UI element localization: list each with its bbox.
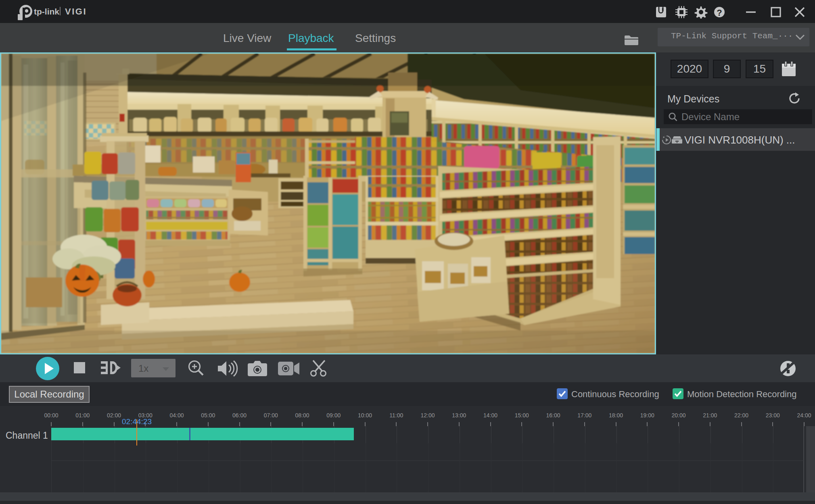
svg-text:VIGI: VIGI [65, 6, 87, 17]
svg-text:tp-link: tp-link [34, 7, 59, 16]
svg-text:?: ? [717, 8, 722, 18]
